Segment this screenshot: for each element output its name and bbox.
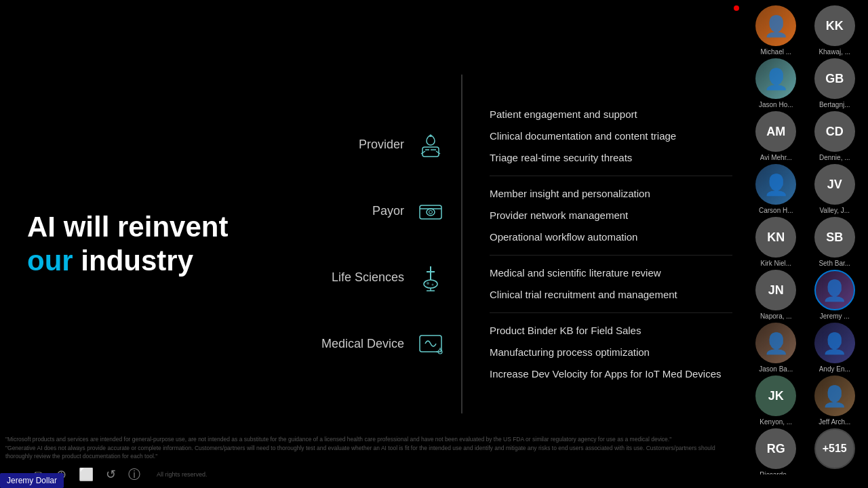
participant-name-andy: Andy En...	[819, 365, 850, 373]
item-text: Product Binder KB for Field Sales	[490, 323, 732, 339]
category-provider: Provider	[258, 127, 448, 161]
toolbar-undo-btn[interactable]: ↺	[103, 464, 119, 485]
avatar-kirk: KN	[755, 217, 796, 258]
participant-jeremy: Jeremy ...	[807, 270, 863, 320]
vertical-divider	[461, 75, 462, 413]
participant-seth: SB Seth Bar...	[807, 217, 863, 267]
participant-valley: JV Valley, J...	[807, 164, 863, 214]
item-text: Operational workflow automation	[490, 229, 732, 245]
svg-point-7	[424, 280, 437, 288]
item-text: Member insight and personalization	[490, 186, 732, 202]
participant-riccardo: RG Riccardo...	[748, 428, 804, 474]
avatar-avi: AM	[755, 111, 796, 152]
svg-point-2	[427, 209, 435, 216]
participant-avi: AM Avi Mehr...	[748, 111, 804, 161]
headline-line2: our industry	[27, 244, 231, 278]
item-text: Clinical trial recruitment and managemen…	[490, 287, 732, 303]
provider-icon	[414, 127, 448, 161]
svg-point-8	[427, 282, 429, 285]
headline-line1: AI will reinvent	[27, 210, 231, 244]
svg-point-9	[432, 284, 434, 286]
provider-label: Provider	[359, 138, 404, 152]
participant-kirk: KN Kirk Niel...	[748, 217, 804, 267]
meddev-items: Product Binder KB for Field Sales Manufa…	[490, 312, 732, 392]
avatar-michael	[755, 5, 796, 46]
avatar-andy	[814, 323, 855, 363]
center-panel: Provider Payor	[258, 114, 448, 374]
avatar-dennie: CD	[814, 111, 855, 152]
disclaimer: "Microsoft products and services are int…	[5, 435, 738, 461]
lifesciences-items: Medical and scientific literature review…	[490, 255, 732, 312]
participant-sidebar: Michael ... KK Khawaj, ... Jason Ho... G…	[743, 0, 868, 474]
participant-jason-ba: Jason Ba...	[748, 323, 804, 373]
item-text: Increase Dev Velocity for Apps for IoT M…	[490, 366, 732, 382]
medicaldevice-icon	[414, 327, 448, 361]
participant-name-napora: Napora, ...	[760, 312, 792, 320]
participant-kenyon: JK Kenyon, ...	[748, 375, 804, 426]
left-panel: AI will reinvent our industry	[0, 183, 258, 306]
copyright-text: All rights reserved.	[150, 470, 214, 479]
participant-name-bertag: Bertagnj...	[819, 101, 850, 108]
participant-name-kenyon: Kenyon, ...	[760, 418, 792, 426]
main-content: AI will reinvent our industry Provider	[0, 0, 746, 488]
bottom-toolbar: ← ✏ ⊕ ⬜ ↺ ⓘ All rights reserved.	[0, 461, 746, 488]
category-medicaldevice: Medical Device	[258, 327, 448, 361]
active-speaker-label: Jeremy Dollar	[0, 473, 64, 488]
participant-bertag: GB Bertagnj...	[807, 58, 863, 108]
avatar-kenyon: JK	[755, 375, 796, 416]
participant-name-jason-ba: Jason Ba...	[759, 365, 793, 373]
category-lifesciences: Life Sciences	[258, 260, 448, 294]
avatar-plus515[interactable]: +515	[814, 428, 855, 469]
avatar-carson	[755, 164, 796, 205]
avatar-bertag: GB	[814, 58, 855, 99]
svg-rect-1	[420, 205, 441, 219]
avatar-jeff	[814, 375, 855, 416]
participant-jason-ho: Jason Ho...	[748, 58, 804, 108]
payor-items: Member insight and personalization Provi…	[490, 176, 732, 255]
participant-name-dennie: Dennie, ...	[819, 154, 850, 161]
avatar-jeremy	[814, 270, 855, 310]
lifesciences-label: Life Sciences	[332, 270, 404, 285]
participant-name-carson: Carson H...	[759, 207, 793, 214]
participant-khawaj: KK Khawaj, ...	[807, 5, 863, 56]
payor-label: Payor	[372, 204, 404, 218]
payor-icon	[414, 194, 448, 228]
participant-name-jeremy: Jeremy ...	[820, 312, 850, 320]
item-text: Triage real-time security threats	[490, 150, 732, 166]
participant-name-valley: Valley, J...	[819, 207, 850, 214]
participant-plus515[interactable]: +515	[807, 428, 863, 474]
participant-name-michael: Michael ...	[760, 48, 791, 56]
participant-dennie: CD Dennie, ...	[807, 111, 863, 161]
participant-carson: Carson H...	[748, 164, 804, 214]
toolbar-info-btn[interactable]: ⓘ	[125, 464, 143, 485]
headline: AI will reinvent our industry	[27, 210, 231, 279]
participant-michael: Michael ...	[748, 5, 804, 56]
avatar-jason-ba	[755, 323, 796, 363]
disclaimer-line1: "Microsoft products and services are int…	[5, 435, 738, 444]
toolbar-rect-btn[interactable]: ⬜	[76, 464, 96, 485]
avatar-jason-ho	[755, 58, 796, 99]
headline-rest: industry	[73, 245, 193, 277]
headline-highlight: our	[27, 245, 73, 277]
participant-name-avi: Avi Mehr...	[760, 154, 792, 161]
svg-point-3	[429, 211, 433, 214]
participant-name-kirk: Kirk Niel...	[760, 260, 791, 267]
participant-name-riccardo: Riccardo...	[760, 471, 792, 474]
item-text: Provider network management	[490, 207, 732, 224]
item-text: Clinical documentation and content triag…	[490, 128, 732, 144]
participant-jeff: Jeff Arch...	[807, 375, 863, 426]
lifesciences-icon	[414, 260, 448, 294]
participant-andy: Andy En...	[807, 323, 863, 373]
category-payor: Payor	[258, 194, 448, 228]
participant-name-seth: Seth Bar...	[818, 260, 850, 267]
disclaimer-line2: "Generative AI does not always provide a…	[5, 444, 738, 462]
avatar-riccardo: RG	[755, 428, 796, 469]
medicaldevice-label: Medical Device	[321, 337, 404, 351]
participant-name-jason-ho: Jason Ho...	[759, 101, 793, 108]
item-text: Medical and scientific literature review	[490, 265, 732, 281]
avatar-valley: JV	[814, 164, 855, 205]
avatar-seth: SB	[814, 217, 855, 258]
item-text: Patient engagement and support	[490, 106, 732, 123]
provider-items: Patient engagement and support Clinical …	[490, 97, 732, 176]
item-text: Manufacturing process optimization	[490, 344, 732, 361]
